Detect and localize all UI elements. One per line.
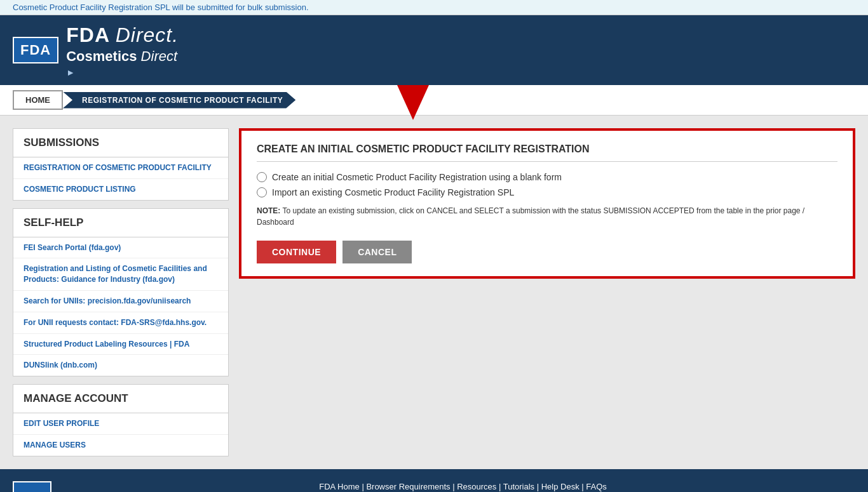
svg-marker-0 bbox=[397, 85, 429, 120]
cancel-button[interactable]: CANCEL bbox=[342, 241, 412, 263]
sidebar-item-fei[interactable]: FEI Search Portal (fda.gov) bbox=[13, 237, 228, 259]
footer-link-faqs[interactable]: FAQs bbox=[586, 482, 607, 491]
manage-account-title: MANAGE ACCOUNT bbox=[13, 385, 228, 413]
fda-bold-label: FDA bbox=[66, 23, 115, 46]
registration-box-title: CREATE AN INITIAL COSMETIC PRODUCT FACIL… bbox=[257, 143, 837, 162]
sidebar-selfhelp-section: SELF-HELP FEI Search Portal (fda.gov) Re… bbox=[13, 208, 229, 377]
footer-link-help-desk[interactable]: Help Desk bbox=[541, 482, 580, 491]
red-arrow-indicator bbox=[394, 85, 432, 123]
radio-item-import: Import an existing Cosmetic Product Faci… bbox=[257, 187, 837, 197]
radio-import[interactable] bbox=[257, 187, 267, 197]
direct-italic-label: Direct. bbox=[116, 23, 179, 46]
footer-links: FDA Home | Browser Requirements | Resour… bbox=[71, 479, 855, 492]
submissions-title: SUBMISSIONS bbox=[13, 129, 228, 157]
breadcrumb-nav: HOME REGISTRATION OF COSMETIC PRODUCT FA… bbox=[0, 85, 868, 116]
radio-blank-form[interactable] bbox=[257, 172, 267, 182]
footer-link-fda-home[interactable]: FDA Home bbox=[319, 482, 360, 491]
breadcrumb-step: REGISTRATION OF COSMETIC PRODUCT FACILIT… bbox=[63, 92, 295, 109]
fda-logo: FDA bbox=[13, 37, 58, 63]
registration-box: CREATE AN INITIAL COSMETIC PRODUCT FACIL… bbox=[239, 128, 855, 279]
radio-item-blank-form: Create an initial Cosmetic Product Facil… bbox=[257, 172, 837, 182]
fda-direct-title: FDA Direct. bbox=[66, 23, 179, 47]
sidebar-item-duns[interactable]: DUNSlink (dnb.com) bbox=[13, 355, 228, 376]
direct-sub-italic: Direct bbox=[141, 48, 177, 64]
warning-bar: Cosmetic Product Facility Registration S… bbox=[0, 0, 868, 15]
sidebar-item-reg-guidance[interactable]: Registration and Listing of Cosmetic Fac… bbox=[13, 258, 228, 291]
note-prefix: NOTE: bbox=[257, 206, 280, 215]
footer-link-resources[interactable]: Resources bbox=[457, 482, 496, 491]
footer-link-browser-req[interactable]: Browser Requirements bbox=[366, 482, 450, 491]
header: FDA FDA Direct. Cosmetics Direct ► bbox=[0, 15, 868, 85]
sidebar-manage-account-section: MANAGE ACCOUNT EDIT USER PROFILE MANAGE … bbox=[13, 384, 229, 456]
sidebar: SUBMISSIONS REGISTRATION OF COSMETIC PRO… bbox=[13, 128, 229, 456]
footer-link-tutorials[interactable]: Tutorials bbox=[503, 482, 534, 491]
warning-text: Cosmetic Product Facility Registration S… bbox=[13, 3, 309, 12]
sidebar-item-spl-resources[interactable]: Structured Product Labeling Resources | … bbox=[13, 334, 228, 356]
footer: FDA FDA Home | Browser Requirements | Re… bbox=[0, 469, 868, 492]
note-text: NOTE: To update an existing submission, … bbox=[257, 205, 837, 228]
header-brand: FDA Direct. Cosmetics Direct ► bbox=[66, 23, 179, 77]
button-row: CONTINUE CANCEL bbox=[257, 241, 837, 263]
footer-fda-logo: FDA bbox=[13, 481, 51, 492]
breadcrumb-home[interactable]: HOME bbox=[13, 90, 63, 110]
radio-import-label[interactable]: Import an existing Cosmetic Product Faci… bbox=[272, 187, 514, 197]
radio-group: Create an initial Cosmetic Product Facil… bbox=[257, 172, 837, 197]
sidebar-submissions-section: SUBMISSIONS REGISTRATION OF COSMETIC PRO… bbox=[13, 128, 229, 201]
self-help-title: SELF-HELP bbox=[13, 209, 228, 237]
sidebar-item-registration[interactable]: REGISTRATION OF COSMETIC PRODUCT FACILIT… bbox=[13, 157, 228, 179]
sidebar-item-manage-users[interactable]: MANAGE USERS bbox=[13, 435, 228, 456]
cosmetics-direct-subtitle: Cosmetics Direct bbox=[66, 48, 179, 65]
note-body: To update an existing submission, click … bbox=[257, 206, 804, 227]
header-arrow-decoration: ► bbox=[66, 67, 179, 77]
cosmetics-bold-label: Cosmetics bbox=[66, 48, 140, 64]
radio-blank-form-label[interactable]: Create an initial Cosmetic Product Facil… bbox=[272, 172, 562, 182]
sidebar-item-listing[interactable]: COSMETIC PRODUCT LISTING bbox=[13, 179, 228, 200]
main-content: SUBMISSIONS REGISTRATION OF COSMETIC PRO… bbox=[0, 116, 868, 469]
sidebar-item-edit-profile[interactable]: EDIT USER PROFILE bbox=[13, 413, 228, 435]
sidebar-item-uniis[interactable]: Search for UNIIs: precision.fda.gov/unii… bbox=[13, 291, 228, 312]
continue-button[interactable]: CONTINUE bbox=[257, 241, 336, 263]
sidebar-item-unii-contact[interactable]: For UNII requests contact: FDA-SRS@fda.h… bbox=[13, 312, 228, 334]
main-panel: CREATE AN INITIAL COSMETIC PRODUCT FACIL… bbox=[239, 128, 855, 456]
footer-row-1: FDA Home | Browser Requirements | Resour… bbox=[71, 479, 855, 492]
